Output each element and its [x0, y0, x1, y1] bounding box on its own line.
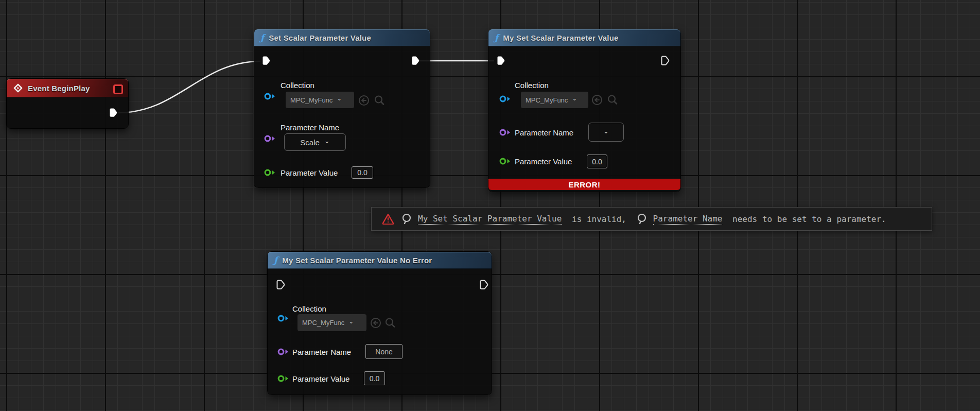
exec-output-pin[interactable] [109, 108, 118, 118]
parameter-value-input[interactable]: 0.0 [587, 155, 607, 168]
chevron-down-icon: ⌄ [337, 97, 342, 100]
parameter-name-value: Scale [300, 138, 320, 147]
collection-pin-label: Collection [281, 81, 314, 90]
parameter-value-pin[interactable] [264, 168, 277, 177]
parameter-value-pin[interactable] [277, 374, 290, 383]
node-title: Event BeginPlay [28, 84, 90, 93]
function-icon: ƒ [495, 33, 498, 42]
use-selected-asset-icon[interactable] [370, 317, 381, 329]
chevron-down-icon: ⌄ [324, 139, 330, 143]
use-selected-asset-icon[interactable] [358, 95, 370, 106]
parameter-value-pin-label: Parameter Value [292, 374, 349, 383]
node-title: My Set Scalar Parameter Value No Error [282, 256, 432, 265]
compiler-error-message-bar: My Set Scalar Parameter Value is invalid… [371, 207, 932, 231]
parameter-value-text: 0.0 [592, 158, 602, 166]
parameter-value-text: 0.0 [370, 374, 379, 383]
exec-output-pin[interactable] [479, 280, 488, 290]
browse-asset-icon[interactable] [607, 94, 618, 106]
collection-asset-dropdown[interactable]: MPC_MyFunc ⌄ [521, 92, 588, 108]
browse-asset-icon[interactable] [384, 317, 396, 329]
event-diamond-icon [13, 83, 23, 93]
collection-asset-dropdown[interactable]: MPC_MyFunc ⌄ [297, 314, 366, 331]
exec-output-pin[interactable] [660, 56, 670, 66]
parameter-name-dropdown[interactable]: Scale ⌄ [284, 133, 346, 151]
exec-wire-beginplay-to-setscalar[interactable] [118, 61, 260, 113]
warning-icon [382, 213, 394, 225]
browse-asset-icon[interactable] [374, 95, 385, 106]
collection-asset-value: MPC_MyFunc [526, 96, 568, 104]
collection-asset-value: MPC_MyFunc [290, 96, 332, 104]
node-header[interactable]: ƒ My Set Scalar Parameter Value No Error [268, 252, 492, 269]
exec-input-pin[interactable] [496, 56, 505, 66]
parameter-value-pin-label: Parameter Value [515, 157, 572, 166]
collection-pin[interactable] [277, 314, 290, 322]
parameter-value-pin-label: Parameter Value [281, 168, 338, 177]
collection-asset-dropdown[interactable]: MPC_MyFunc ⌄ [286, 92, 354, 108]
node-error-banner: ERROR! [488, 179, 680, 190]
parameter-name-pin[interactable] [264, 134, 277, 143]
error-banner-text: ERROR! [568, 180, 600, 189]
error-pin-link[interactable]: Parameter Name [653, 214, 723, 225]
use-selected-asset-icon[interactable] [591, 94, 603, 106]
parameter-name-pin-label: Parameter Name [515, 128, 573, 137]
parameter-name-input[interactable]: None [365, 344, 402, 359]
parameter-value-pin[interactable] [499, 157, 512, 165]
parameter-name-pin[interactable] [277, 348, 290, 356]
function-icon: ƒ [260, 33, 264, 42]
parameter-value-input[interactable]: 0.0 [364, 371, 385, 385]
chevron-down-icon: ⌄ [603, 129, 609, 133]
collection-pin[interactable] [499, 95, 512, 103]
parameter-value-text: 0.0 [357, 168, 367, 177]
function-icon: ƒ [274, 256, 277, 265]
node-title: My Set Scalar Parameter Value [503, 33, 618, 42]
collection-pin[interactable] [264, 92, 277, 100]
node-header[interactable]: Event BeginPlay [7, 79, 128, 97]
parameter-name-text: None [375, 348, 392, 356]
parameter-name-pin-label: Parameter Name [292, 348, 351, 356]
node-header[interactable]: ƒ My Set Scalar Parameter Value [488, 29, 680, 46]
parameter-name-pin[interactable] [499, 128, 512, 136]
search-icon[interactable] [401, 213, 413, 225]
exec-input-pin[interactable] [261, 56, 271, 66]
collection-asset-value: MPC_MyFunc [302, 319, 344, 327]
exec-output-pin[interactable] [411, 56, 420, 66]
node-my-set-scalar-parameter-value-no-error[interactable]: ƒ My Set Scalar Parameter Value No Error… [268, 252, 492, 395]
error-node-link[interactable]: My Set Scalar Parameter Value [418, 214, 562, 225]
parameter-name-dropdown[interactable]: ⌄ [588, 123, 624, 142]
chevron-down-icon: ⌄ [348, 320, 354, 323]
chevron-down-icon: ⌄ [572, 97, 577, 100]
collection-pin-label: Collection [515, 81, 549, 90]
parameter-name-pin-label: Parameter Name [281, 123, 339, 132]
node-event-beginplay[interactable]: Event BeginPlay [7, 79, 128, 128]
node-set-scalar-parameter-value[interactable]: ƒ Set Scalar Parameter Value Collection … [254, 29, 430, 187]
node-my-set-scalar-parameter-value[interactable]: ƒ My Set Scalar Parameter Value Collecti… [488, 29, 680, 192]
exec-input-pin[interactable] [276, 280, 285, 290]
search-icon[interactable] [637, 213, 648, 225]
error-text: is invalid, [567, 214, 631, 224]
parameter-value-input[interactable]: 0.0 [352, 166, 373, 179]
collection-pin-label: Collection [292, 304, 326, 313]
node-header[interactable]: ƒ Set Scalar Parameter Value [254, 29, 430, 46]
blueprint-graph-canvas[interactable]: Event BeginPlay ƒ Set Scalar Parameter V… [0, 0, 980, 411]
node-title: Set Scalar Parameter Value [269, 33, 371, 42]
delegate-output-pin[interactable] [113, 84, 123, 94]
error-text: needs to be set to a parameter. [727, 214, 886, 224]
